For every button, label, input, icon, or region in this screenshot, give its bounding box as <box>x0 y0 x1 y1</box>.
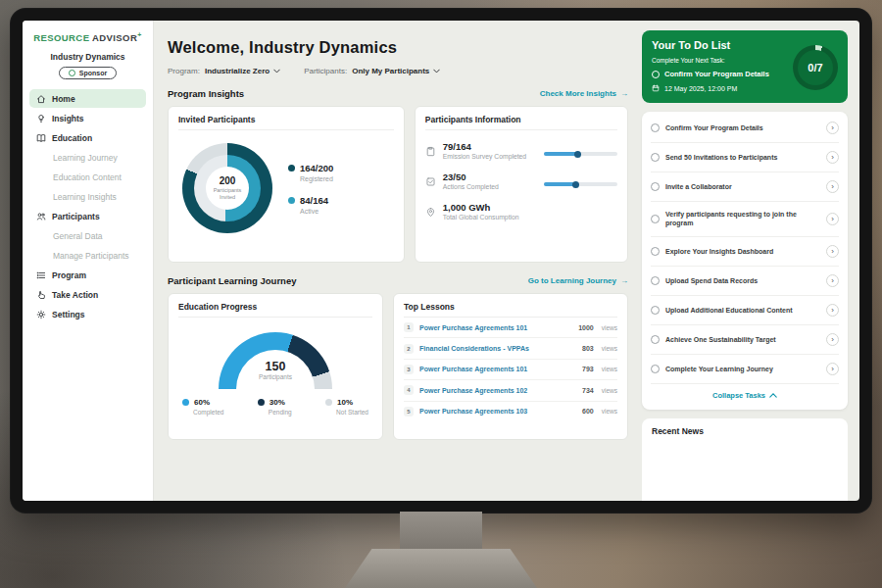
sidebar-item-take-action[interactable]: Take Action <box>29 285 146 304</box>
task-open-button[interactable]: › <box>826 274 839 287</box>
task-open-button[interactable]: › <box>826 304 839 317</box>
todo-task-row[interactable]: Confirm Your Program Details › <box>651 114 839 143</box>
calendar-icon <box>652 84 660 92</box>
legend-label: Registered <box>300 175 333 182</box>
task-checkbox[interactable] <box>651 182 660 191</box>
task-open-button[interactable]: › <box>826 122 839 134</box>
todo-summary-card: Your To Do List Complete Your Next Task:… <box>642 30 848 103</box>
task-checkbox[interactable] <box>651 153 660 162</box>
legend-label: Completed <box>193 409 223 416</box>
task-checkbox[interactable] <box>651 247 660 256</box>
gear-icon <box>36 310 46 319</box>
task-open-button[interactable]: › <box>826 333 839 346</box>
lesson-link[interactable]: Power Purchase Agreements 102 <box>419 387 576 394</box>
filter-bar: Program: Industrialize Zero Participants… <box>168 67 628 75</box>
sidebar-item-education-content[interactable]: Education Content <box>29 168 146 186</box>
task-open-button[interactable]: › <box>826 245 839 258</box>
brand-word-1: RESOURCE <box>33 32 89 43</box>
sidebar-item-general-data[interactable]: General Data <box>29 226 146 245</box>
legend-value: 84/164 <box>300 195 328 206</box>
brand-logo: RESOURCE ADVISOR+ <box>23 31 153 43</box>
program-filter-dropdown[interactable]: Industrialize Zero <box>205 67 280 75</box>
sidebar-item-manage-participants[interactable]: Manage Participants <box>29 246 146 265</box>
todo-progress-ring: 0/7 <box>793 45 838 90</box>
participants-filter: Participants: Only My Participants <box>304 67 440 75</box>
sidebar-item-home[interactable]: Home <box>29 89 146 108</box>
sidebar-item-participants[interactable]: Participants <box>29 207 146 225</box>
lesson-row: 2 Financial Considerations - VPPAs 803 v… <box>404 338 617 359</box>
lesson-views: 734 <box>582 387 594 394</box>
progress-bar <box>544 182 617 186</box>
lesson-link[interactable]: Power Purchase Agreements 103 <box>419 408 576 415</box>
todo-task-row[interactable]: Verify participants requesting to join t… <box>651 202 839 237</box>
sidebar-item-program[interactable]: Program <box>29 266 146 284</box>
sidebar-item-label: Home <box>52 94 75 104</box>
legend-dot <box>288 197 295 204</box>
lesson-views-unit: views <box>602 387 617 394</box>
todo-task-row[interactable]: Send 50 Invitations to Participants › <box>651 143 839 172</box>
hand-icon <box>36 290 46 300</box>
gauge-center-value: 150 <box>178 360 372 373</box>
sidebar-item-learning-journey[interactable]: Learning Journey <box>29 148 146 167</box>
task-open-button[interactable]: › <box>826 151 839 164</box>
legend-dot <box>288 165 295 172</box>
due-date-text: 12 May 2025, 12:00 PM <box>664 85 737 92</box>
sidebar-item-label: General Data <box>53 231 103 241</box>
task-checkbox[interactable] <box>651 215 660 223</box>
lesson-link[interactable]: Power Purchase Agreements 101 <box>419 366 576 372</box>
todo-task-row[interactable]: Upload Additional Educational Content › <box>651 296 839 325</box>
sponsor-badge[interactable]: Sponsor <box>59 67 117 79</box>
lesson-views-unit: views <box>602 324 617 331</box>
task-checkbox[interactable] <box>651 306 660 315</box>
sidebar-item-settings[interactable]: Settings <box>29 305 146 323</box>
collapse-tasks-button[interactable]: Collapse Tasks <box>651 384 839 408</box>
card-title: Participants Information <box>425 115 617 130</box>
monitor-bezel: RESOURCE ADVISOR+ Industry Dynamics Spon… <box>10 8 872 514</box>
task-checkbox[interactable] <box>651 123 660 132</box>
stat-value: 1,000 GWh <box>443 202 537 213</box>
go-to-learning-journey-link[interactable]: Go to Learning Journey → <box>528 276 628 285</box>
todo-task-row[interactable]: Upload Spend Data Records › <box>651 267 839 296</box>
legend-item: 30% Pending <box>258 398 292 416</box>
todo-task-row[interactable]: Explore Your Insights Dashboard › <box>651 237 839 267</box>
sidebar-item-education[interactable]: Education <box>29 128 146 147</box>
task-open-button[interactable]: › <box>826 213 839 225</box>
lesson-link[interactable]: Financial Considerations - VPPAs <box>419 345 576 352</box>
participants-filter-dropdown[interactable]: Only My Participants <box>352 67 440 75</box>
progress-bar-fill <box>544 152 579 156</box>
list-icon <box>36 270 46 280</box>
todo-task-row[interactable]: Invite a Collaborator › <box>651 172 839 202</box>
task-open-button[interactable]: › <box>826 363 839 375</box>
monitor-stand-neck <box>400 512 482 551</box>
todo-progress-value: 0/7 <box>808 62 822 74</box>
sidebar-item-learning-insights[interactable]: Learning Insights <box>29 187 146 206</box>
legend-label: Active <box>300 208 333 215</box>
legend-value: 10% <box>337 398 353 407</box>
check-more-insights-link[interactable]: Check More Insights → <box>540 89 628 98</box>
lesson-link[interactable]: Power Purchase Agreements 101 <box>419 324 572 331</box>
sidebar-item-insights[interactable]: Insights <box>29 109 146 127</box>
task-label: Complete Your Learning Journey <box>665 365 820 373</box>
legend-label: Pending <box>269 409 292 416</box>
next-task[interactable]: Confirm Your Program Details <box>652 70 787 78</box>
task-checkbox[interactable] <box>652 71 660 78</box>
lesson-rank: 1 <box>404 322 414 332</box>
insights-cards-row: Invited Participants 200 Participants In… <box>168 106 628 263</box>
todo-task-list: Confirm Your Program Details › Send 50 I… <box>642 112 848 410</box>
lesson-views: 1000 <box>578 324 594 331</box>
task-checkbox[interactable] <box>651 276 660 285</box>
clipboard-icon <box>425 146 436 157</box>
task-open-button[interactable]: › <box>826 180 839 193</box>
legend-label: Not Started <box>336 409 368 416</box>
task-label: Upload Additional Educational Content <box>665 306 820 315</box>
task-checkbox[interactable] <box>651 365 660 373</box>
todo-task-row[interactable]: Complete Your Learning Journey › <box>651 355 839 384</box>
sidebar-item-label: Education <box>52 133 92 143</box>
section-title: Program Insights <box>168 88 244 99</box>
task-checkbox[interactable] <box>651 335 660 344</box>
task-label: Send 50 Invitations to Participants <box>665 153 820 162</box>
progress-bar-fill <box>544 182 578 186</box>
check-square-icon <box>425 176 436 187</box>
todo-task-row[interactable]: Achieve One Sustainability Target › <box>651 325 839 355</box>
invited-participants-card: Invited Participants 200 Participants In… <box>168 106 405 263</box>
